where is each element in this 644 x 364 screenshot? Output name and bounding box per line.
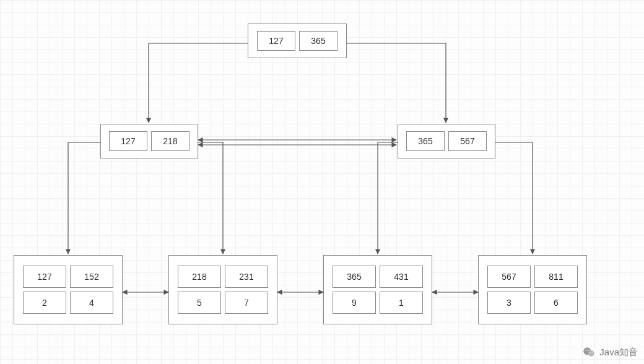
root-node: 127 365 [248, 24, 347, 58]
leaf-2-bot-0: 9 [333, 292, 376, 314]
leaf-2-top-1: 431 [380, 266, 423, 288]
leaf-3-top-0: 567 [487, 266, 531, 288]
leaf-3-top-1: 811 [534, 266, 578, 288]
svg-point-8 [588, 350, 589, 351]
leaf-1-bot-1: 7 [225, 292, 268, 314]
leaf-node-2: 365 431 9 1 [323, 255, 432, 324]
root-key-1: 365 [299, 31, 337, 51]
leaf-2-top-0: 365 [333, 266, 376, 288]
leaf-3-bot-1: 6 [534, 292, 578, 314]
wechat-icon [582, 345, 596, 359]
leaf-1-top-0: 218 [178, 266, 221, 288]
mid-1-key-1: 567 [448, 131, 487, 151]
svg-point-7 [586, 350, 587, 351]
diagram-canvas: 127 365 127 218 365 567 127 152 2 4 218 … [0, 0, 644, 364]
leaf-0-bot-0: 2 [23, 292, 66, 314]
svg-point-10 [592, 352, 593, 353]
mid-node-1: 365 567 [398, 124, 495, 158]
root-key-0: 127 [257, 31, 295, 51]
svg-point-6 [588, 350, 594, 357]
watermark-text: Java知音 [599, 347, 638, 358]
leaf-3-bot-0: 3 [487, 292, 531, 314]
watermark: Java知音 [582, 345, 638, 359]
leaf-0-top-1: 152 [70, 266, 113, 288]
leaf-1-top-1: 231 [225, 266, 268, 288]
svg-point-9 [590, 352, 591, 353]
leaf-2-bot-1: 1 [380, 292, 423, 314]
leaf-0-top-0: 127 [23, 266, 66, 288]
leaf-node-1: 218 231 5 7 [168, 255, 277, 324]
mid-0-key-1: 218 [151, 131, 189, 151]
mid-0-key-0: 127 [109, 131, 147, 151]
leaf-1-bot-0: 5 [178, 292, 221, 314]
leaf-node-3: 567 811 3 6 [478, 255, 587, 324]
leaf-0-bot-1: 4 [70, 292, 113, 314]
mid-1-key-0: 365 [406, 131, 445, 151]
leaf-node-0: 127 152 2 4 [14, 255, 123, 324]
mid-node-0: 127 218 [100, 124, 198, 158]
